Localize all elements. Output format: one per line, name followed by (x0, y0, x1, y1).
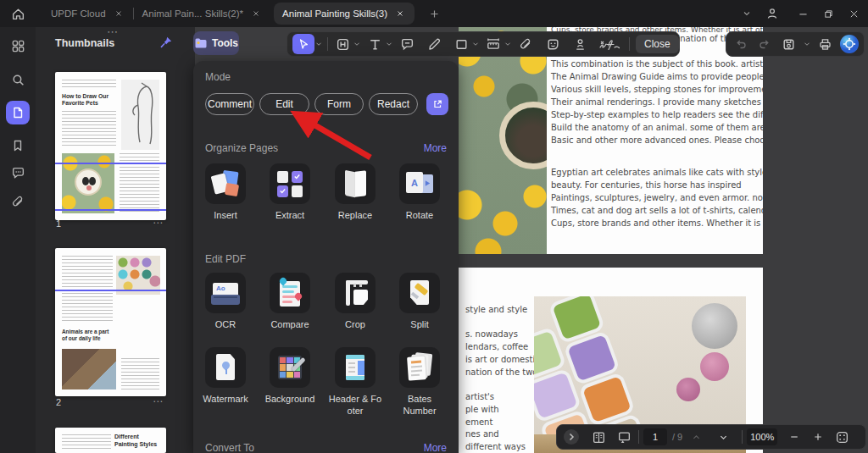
tool-header-footer[interactable] (335, 347, 376, 388)
page2-fragment: lendars, coffee (465, 342, 528, 351)
window-minimize-button[interactable] (790, 1, 815, 26)
pdf-page-1[interactable]: Cups, store brands and other items. Whet… (459, 27, 763, 254)
measure-tool-dropdown[interactable] (504, 34, 512, 54)
signature-tool-button[interactable] (597, 34, 622, 54)
tool-crop-label: Crop (323, 319, 387, 331)
select-tool-button[interactable] (292, 34, 314, 54)
presentation-icon (617, 430, 632, 445)
page-layout-button[interactable] (588, 427, 609, 447)
sticker-tool-button[interactable] (542, 34, 563, 54)
organize-more-link[interactable]: More (424, 142, 447, 154)
toolbar-divider (327, 37, 328, 51)
text-tool-button[interactable] (364, 34, 385, 54)
zoom-out-button[interactable] (784, 427, 804, 447)
thumbnail-page-2[interactable]: Animals are a part of our daily life (55, 248, 166, 396)
tool-rotate[interactable]: A (399, 163, 440, 204)
tool-replace[interactable] (335, 163, 376, 204)
thumb2-menu-button[interactable]: ⋯ (153, 395, 164, 407)
tool-crop[interactable] (335, 273, 376, 313)
page2-viewport-rect[interactable] (55, 248, 166, 291)
new-tab-button[interactable] (421, 1, 447, 26)
text-tool-dropdown[interactable] (385, 34, 393, 54)
next-page-button[interactable] (715, 427, 732, 447)
plus-icon (429, 8, 440, 19)
pen-tool-button[interactable] (424, 34, 444, 54)
panel-drag-handle[interactable]: ⋯ (107, 25, 119, 38)
thumbnail-page-1[interactable]: How to Draw Our Favorite Pets (55, 72, 166, 220)
zoom-level-input[interactable]: 100% (747, 428, 777, 445)
save-button[interactable] (779, 34, 799, 54)
tool-split[interactable] (399, 273, 440, 313)
measure-tool-button[interactable] (483, 34, 504, 54)
home-button[interactable] (5, 1, 31, 26)
thumbnail-page-3[interactable]: Different Painting Styles (55, 428, 166, 453)
shape-tool-button[interactable] (451, 34, 471, 54)
save-dropdown[interactable] (803, 34, 811, 54)
tool-compare-label: Compare (258, 319, 322, 331)
sidebar-item-bookmarks[interactable] (6, 134, 30, 157)
tool-insert[interactable] (205, 163, 246, 204)
bookmark-icon (11, 139, 25, 152)
tool-rotate-label: Rotate (387, 210, 452, 222)
attach-tool-button[interactable] (515, 34, 536, 54)
page1-viewport-rect[interactable] (55, 163, 166, 211)
close-icon (849, 8, 860, 19)
tool-watermark[interactable] (205, 347, 246, 388)
window-close-button[interactable] (841, 1, 866, 26)
pin-icon[interactable] (159, 36, 173, 49)
compare-icon (270, 273, 310, 313)
tab-updf-cloud[interactable]: UPDF Cloud (51, 8, 125, 19)
previous-page-button[interactable] (687, 427, 704, 447)
sidebar-item-attachments[interactable] (6, 190, 30, 213)
comment-icon (11, 166, 25, 180)
tool-ocr[interactable]: Ao (205, 273, 246, 313)
mode-comment-button[interactable]: Comment (205, 93, 254, 115)
convert-more-link[interactable]: More (424, 442, 447, 453)
thumb2-page-number: 2 (56, 397, 61, 407)
pop-out-button[interactable] (426, 93, 448, 115)
tool-compare[interactable] (270, 273, 310, 313)
tool-bates-number[interactable] (399, 347, 440, 388)
account-button[interactable] (760, 1, 785, 26)
print-button[interactable] (815, 34, 836, 54)
collapse-bar-button[interactable] (561, 427, 581, 447)
sidebar-item-comments[interactable] (6, 161, 30, 185)
sidebar-item-apps[interactable] (6, 34, 30, 58)
mode-edit-button[interactable]: Edit (259, 93, 309, 115)
sidebar-item-search[interactable] (6, 68, 30, 91)
stamp-icon (573, 37, 587, 52)
mode-section-label: Mode (205, 71, 231, 83)
page-number-input[interactable]: 1 (643, 428, 667, 445)
window-restore-button[interactable] (815, 1, 841, 26)
highlight-tool-button[interactable] (332, 34, 353, 54)
fit-screen-button[interactable] (832, 427, 852, 447)
stamp-tool-button[interactable] (570, 34, 590, 54)
highlight-tool-dropdown[interactable] (353, 34, 361, 54)
tab-animal-skills-3[interactable]: Animal Painting Skills(3) (274, 3, 415, 25)
select-tool-dropdown[interactable] (314, 34, 323, 54)
undo-button[interactable] (731, 34, 751, 54)
tab-close-icon[interactable] (394, 8, 406, 19)
tab-close-icon[interactable] (113, 8, 125, 19)
close-toolbar-button[interactable]: Close (636, 35, 679, 53)
tab-animal-skills-2[interactable]: Animal Pain... Skills(2)* (142, 8, 263, 19)
bates-number-icon (399, 347, 440, 388)
split-icon (399, 273, 440, 313)
tool-background[interactable] (270, 347, 310, 388)
mode-form-button[interactable]: Form (314, 93, 364, 115)
sidebar-item-thumbnails[interactable] (6, 101, 30, 124)
shape-tool-dropdown[interactable] (471, 34, 480, 54)
redo-button[interactable] (754, 34, 775, 54)
mode-redact-button[interactable]: Redact (369, 93, 418, 115)
tab-close-icon[interactable] (250, 8, 262, 19)
titlebar-dropdown-button[interactable] (734, 1, 760, 26)
home-icon (11, 7, 25, 21)
tools-button[interactable]: Tools (193, 31, 239, 55)
presentation-button[interactable] (614, 427, 634, 447)
bottombar-divider (638, 430, 639, 444)
zoom-in-button[interactable] (808, 427, 828, 447)
thumb1-menu-button[interactable]: ⋯ (153, 217, 164, 229)
tool-extract[interactable] (270, 163, 310, 204)
comment-tool-button[interactable] (397, 34, 417, 54)
updf-ai-button[interactable] (839, 34, 860, 54)
